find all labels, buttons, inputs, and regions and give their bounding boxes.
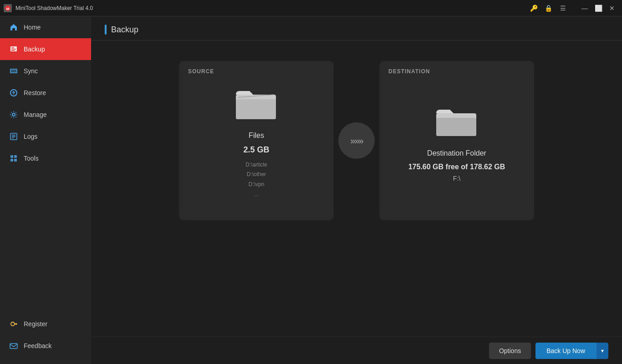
app-logo: M [4,4,12,12]
destination-label: DESTINATION [388,68,430,75]
backup-icon [9,45,18,54]
title-bar: M MiniTool ShadowMaker Trial 4.0 🔑 🔒 ☰ —… [0,0,622,16]
bottom-bar: Options Back Up Now ▾ [91,337,622,364]
sidebar-item-backup[interactable]: Backup [0,38,91,60]
title-bar-left: M MiniTool ShadowMaker Trial 4.0 [4,4,93,12]
maximize-button[interactable]: ⬜ [592,2,605,15]
sidebar-item-restore[interactable]: Restore [0,82,91,104]
options-button[interactable]: Options [489,343,531,359]
page-title: Backup [111,25,138,35]
sidebar-item-register[interactable]: Register [0,313,91,335]
sync-icon [9,66,18,76]
sidebar-item-feedback[interactable]: Feedback [0,335,91,357]
page-title-accent [105,25,107,35]
title-bar-right: 🔑 🔒 ☰ — ⬜ ✕ [527,2,618,15]
source-size: 2.5 GB [243,145,269,155]
backup-content: SOURCE File [91,40,622,364]
logs-icon [9,132,18,141]
svg-rect-7 [11,70,16,72]
key-icon[interactable]: 🔑 [527,2,540,15]
source-card[interactable]: SOURCE File [179,61,334,220]
sidebar: Home Backup Sync [0,16,91,364]
source-folder-icon [236,86,277,122]
sidebar-item-manage[interactable]: Manage [0,104,91,126]
register-key-icon [9,319,18,329]
svg-rect-4 [11,49,16,50]
win-controls: — ⬜ ✕ [578,2,618,15]
destination-folder-icon [436,104,477,140]
main-layout: Home Backup Sync [0,16,622,364]
svg-rect-24 [436,118,476,136]
sidebar-item-tools[interactable]: Tools [0,147,91,169]
svg-point-10 [12,113,15,116]
sidebar-item-sync[interactable]: Sync [0,60,91,82]
close-button[interactable]: ✕ [606,2,618,15]
backup-now-dropdown-button[interactable]: ▾ [596,343,608,359]
svg-rect-17 [10,159,13,162]
cards-row: SOURCE File [105,59,608,222]
source-paths: D:\article D:\other D:\vpn ... [245,160,267,199]
restore-icon [9,88,18,97]
destination-title: Destination Folder [427,149,486,157]
lock-icon[interactable]: 🔒 [542,2,555,15]
sidebar-item-logs[interactable]: Logs [0,126,91,147]
sidebar-bottom: Register Feedback [0,313,91,364]
svg-rect-20 [10,344,17,349]
feedback-mail-icon [9,341,18,350]
svg-text:M: M [6,7,10,11]
svg-rect-3 [11,47,14,48]
source-title: Files [249,131,264,140]
backup-now-button[interactable]: Back Up Now [535,343,596,359]
page-header: Backup [91,16,622,40]
title-icons: 🔑 🔒 ☰ [527,2,569,15]
content: Backup SOURCE [91,16,622,364]
source-label: SOURCE [188,68,214,75]
tools-icon [9,154,18,163]
svg-point-19 [11,322,15,326]
svg-rect-15 [10,155,13,158]
svg-rect-5 [11,50,15,51]
arrow-between: »»» [338,122,375,159]
menu-icon[interactable]: ☰ [556,2,569,15]
svg-rect-18 [14,159,17,162]
svg-rect-16 [14,155,17,158]
destination-card[interactable]: DESTINATION Destination Folder [379,61,534,220]
destination-free: 175.60 GB free of 178.62 GB [408,163,505,171]
destination-drive: F:\ [453,175,460,182]
minimize-button[interactable]: — [578,2,591,15]
sidebar-item-home[interactable]: Home [0,16,91,38]
home-icon [9,23,18,32]
manage-icon [9,110,18,119]
backup-now-container: Back Up Now ▾ [535,343,608,359]
svg-rect-22 [236,99,276,119]
app-title: MiniTool ShadowMaker Trial 4.0 [15,5,93,11]
